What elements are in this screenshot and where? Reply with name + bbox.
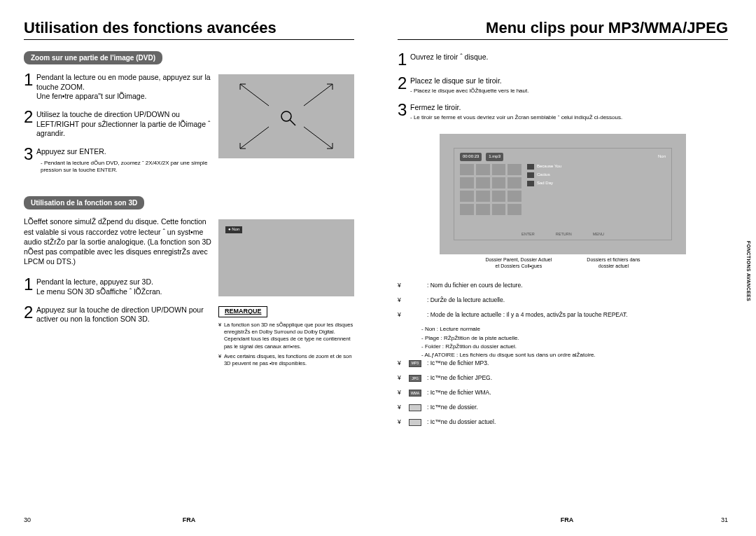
step-text: Utilisez la touche de direction UP/DOWN … xyxy=(36,110,211,139)
svg-point-4 xyxy=(281,111,291,121)
step-1: 1 Pendant la lecture ou en mode pause, a… xyxy=(24,71,211,102)
step-text: Placez le disque sur le tiroir. xyxy=(410,76,728,86)
svg-line-2 xyxy=(240,127,269,149)
ui-btn-menu: MENU xyxy=(593,232,604,237)
ui-time: 00:00:23 xyxy=(460,153,482,161)
step-number: 2 xyxy=(24,109,36,139)
legend-item: : DurŽe de la lecture actuelle. xyxy=(427,296,728,304)
zoom-illustration xyxy=(218,74,354,158)
legend-sub: - Folder : RŽpŽtition du dossier actuel. xyxy=(421,343,728,350)
legend-item: : Mode de la lecture actuelle : Il y a 4… xyxy=(427,311,728,319)
step-2: 2 Appuyez sur la touche de direction UP/… xyxy=(24,304,211,324)
ui-btn-enter: ENTER xyxy=(522,232,535,237)
step-text: Ouvrez le tiroir ˆ disque. xyxy=(410,53,728,62)
pill-zoom: Zoom sur une partie de l'image (DVD) xyxy=(24,51,162,64)
svg-line-0 xyxy=(240,84,269,106)
page-title-right: Menu clips pour MP3/WMA/JPEG xyxy=(398,20,728,40)
step-text: Pendant la lecture, appuyez sur 3D. xyxy=(36,277,211,287)
step-text: Appuyez sur la touche de direction UP/DO… xyxy=(36,305,211,324)
step-number: 2 xyxy=(398,75,410,95)
step-number: 1 xyxy=(398,51,410,68)
ui-file: 1.mp3 xyxy=(486,153,503,161)
legend-item: : Nom du fichier en cours de lecture. xyxy=(427,282,728,289)
step-3: 3 Appuyez sur ENTER. - Pendant la lectur… xyxy=(24,146,211,174)
footer-fra: FRA xyxy=(0,516,378,525)
remarque-item: La fonction son 3D ne sÕapplique que pou… xyxy=(224,322,354,350)
legend-item: : Ic™ne de fichier JPEG. xyxy=(427,374,728,382)
non-badge: ● Non xyxy=(225,226,242,233)
section-3d: Utilisation de la fonction son 3D LÕeffe… xyxy=(24,196,354,369)
side-tab: FONCTIONS AVANCEES xyxy=(746,241,752,301)
remarque-label: REMARQUE xyxy=(218,306,268,317)
legend-sub: - Plage : RŽpŽtition de la piste actuell… xyxy=(421,335,728,342)
ui-folder-grid xyxy=(460,164,522,224)
page-right: Menu clips pour MP3/WMA/JPEG 1 Ouvrez le… xyxy=(378,0,756,536)
step-1: 1 Pendant la lecture, appuyez sur 3D. Le… xyxy=(24,276,211,296)
remarque-body: ¥La fonction son 3D ne sÕapplique que po… xyxy=(218,322,354,367)
step-text-sub: Une fen•tre appara"t sur lÕimage. xyxy=(36,92,211,102)
step-sub: - Placez le disque avec lÕŽtiquette vers… xyxy=(410,88,728,95)
legend: ¥: Nom du fichier en cours de lecture. ¥… xyxy=(398,282,728,426)
step-number: 1 xyxy=(24,276,36,296)
intro-3d: LÕeffet sonore simulŽ dŽpend du disque. … xyxy=(24,217,211,266)
step-text: Fermez le tiroir. xyxy=(410,103,728,113)
legend-item: : Ic™ne de fichier MP3. xyxy=(427,359,728,367)
step-sub: - Le tiroir se ferme et vous devriez voi… xyxy=(410,114,728,121)
step-2: 2 Utilisez la touche de direction UP/DOW… xyxy=(24,109,211,139)
step-text-sub: Le menu SON 3D sÕaffiche ˆ lÕŽcran. xyxy=(36,287,211,297)
step-text: Pendant la lecture ou en mode pause, app… xyxy=(36,73,211,92)
step-note: - Pendant la lecture dÕun DVD, zoomez ˆ … xyxy=(36,160,211,174)
step-number: 3 xyxy=(24,146,36,174)
ui-captions: Dossier Parent, Dossier Actuelet Dossier… xyxy=(440,257,686,269)
legend-item: : Ic™ne de dossier. xyxy=(427,404,728,411)
legend-item: : Ic™ne du dossier actuel. xyxy=(427,418,728,426)
step-number: 2 xyxy=(24,304,36,324)
mp3-icon: MP3 xyxy=(409,360,421,367)
svg-line-5 xyxy=(290,120,295,125)
legend-sub: - Non : Lecture normale xyxy=(421,326,728,333)
step-2: 2 Placez le disque sur le tiroir. - Plac… xyxy=(398,75,728,95)
step-number: 1 xyxy=(24,71,36,102)
page-left: Utilisation des fonctions avancées Zoom … xyxy=(0,0,378,536)
pill-3d: Utilisation de la fonction son 3D xyxy=(24,196,144,209)
ui-mode: Non xyxy=(658,154,666,160)
ui-screenshot: 00:00:23 1.mp3 Non Because You Cactus Sa… xyxy=(440,134,686,254)
remarque-item: Avec certains disques, les fonctions de … xyxy=(224,353,354,367)
step-text: Appuyez sur ENTER. xyxy=(36,147,211,157)
folder-icon xyxy=(409,404,421,411)
3d-illustration: ● Non xyxy=(218,219,354,296)
footer-fra: FRA xyxy=(378,516,756,525)
svg-line-1 xyxy=(304,84,332,106)
page-title-left: Utilisation des fonctions avancées xyxy=(24,20,354,40)
step-number: 3 xyxy=(398,102,410,121)
wma-icon: WMA xyxy=(409,390,421,397)
ui-file-list: Because You Cactus Sad Day xyxy=(527,164,666,224)
legend-sub: - ALƒATOIRE : Les fichiers du disque son… xyxy=(421,352,728,359)
jpeg-icon: JPG xyxy=(409,375,421,382)
legend-item: : Ic™ne de fichier WMA. xyxy=(427,389,728,397)
current-folder-icon xyxy=(409,419,421,426)
section-zoom: Zoom sur une partie de l'image (DVD) 1 P… xyxy=(24,51,354,181)
ui-btn-return: RETURN xyxy=(556,232,572,237)
manual-spread: Utilisation des fonctions avancées Zoom … xyxy=(0,0,756,536)
step-3: 3 Fermez le tiroir. - Le tiroir se ferme… xyxy=(398,102,728,121)
step-1: 1 Ouvrez le tiroir ˆ disque. xyxy=(398,51,728,68)
svg-line-3 xyxy=(304,127,332,149)
